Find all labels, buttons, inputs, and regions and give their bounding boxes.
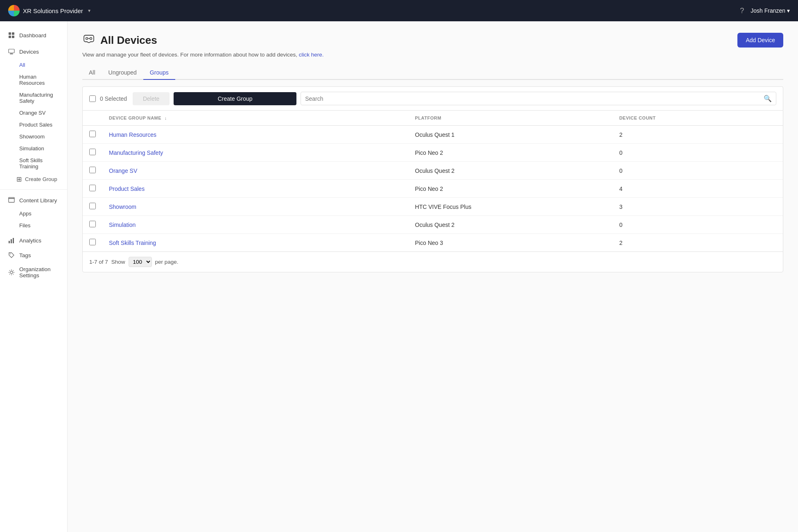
sidebar-group-label-6: Soft Skills Training (19, 157, 43, 170)
groups-table-container: DEVICE GROUP NAME ↓ PLATFORM DEVICE COUN… (82, 110, 783, 272)
devices-icon (8, 48, 15, 55)
sidebar-content-library-label: Content Library (19, 197, 57, 204)
row-platform: Oculus Quest 2 (409, 216, 613, 234)
sidebar-subitem-soft-skills[interactable]: Soft Skills Training (0, 154, 67, 172)
sidebar-item-content-library[interactable]: Content Library (0, 193, 67, 208)
group-name-link[interactable]: Product Sales (109, 186, 145, 192)
sidebar-subitem-orange-sv[interactable]: Orange SV (0, 107, 67, 119)
delete-button[interactable]: Delete (133, 92, 170, 105)
group-name-link[interactable]: Showroom (109, 204, 136, 210)
sidebar-item-tags[interactable]: Tags (0, 248, 67, 263)
sidebar-group-label-3: Product Sales (19, 122, 52, 128)
row-checkbox[interactable] (89, 131, 96, 137)
sidebar-files-label: Files (19, 222, 30, 229)
pagination-range: 1-7 of 7 (89, 259, 108, 265)
row-checkbox[interactable] (89, 149, 96, 155)
vr-headset-icon (82, 34, 95, 46)
row-checkbox[interactable] (89, 221, 96, 227)
sidebar-all-label: All (19, 62, 25, 68)
toolbar: 0 Selected Delete Create Group 🔍 (82, 86, 783, 110)
sidebar-devices-label: Devices (19, 49, 39, 55)
select-all-checkbox[interactable] (89, 95, 96, 102)
group-name-link[interactable]: Simulation (109, 222, 136, 228)
page-title: All Devices (100, 34, 157, 47)
groups-table: DEVICE GROUP NAME ↓ PLATFORM DEVICE COUN… (83, 111, 783, 251)
sidebar-item-dashboard[interactable]: Dashboard (0, 28, 67, 43)
sidebar-dashboard-label: Dashboard (19, 32, 46, 38)
col-name-label: DEVICE GROUP NAME (109, 115, 161, 120)
row-count: 3 (613, 198, 783, 216)
selected-count-label: 0 Selected (100, 95, 127, 102)
click-here-link[interactable]: click here. (299, 52, 324, 58)
tab-groups[interactable]: Groups (143, 66, 175, 80)
row-platform: Oculus Quest 2 (409, 162, 613, 180)
tab-all[interactable]: All (82, 66, 102, 80)
pagination: 1-7 of 7 Show 102550100 per page. (83, 251, 783, 272)
col-header-platform: PLATFORM (409, 111, 613, 126)
topnav-right-area: ? Josh Franzen ▾ (740, 7, 790, 15)
svg-rect-1 (12, 32, 14, 35)
sidebar-item-devices[interactable]: Devices (0, 44, 67, 59)
sidebar-create-group-label: Create Group (25, 176, 57, 182)
user-menu[interactable]: Josh Franzen ▾ (751, 7, 790, 14)
brand-chevron[interactable]: ▾ (88, 8, 90, 14)
group-name-link[interactable]: Orange SV (109, 168, 137, 174)
row-count: 4 (613, 180, 783, 198)
row-checkbox[interactable] (89, 167, 96, 173)
row-platform: Pico Neo 2 (409, 144, 613, 162)
tab-ungrouped[interactable]: Ungrouped (102, 66, 143, 80)
analytics-icon (8, 237, 15, 244)
sidebar-item-org-settings[interactable]: Organization Settings (0, 263, 67, 282)
sidebar-group-label-4: Showroom (19, 134, 45, 140)
sidebar-subitem-product-sales[interactable]: Product Sales (0, 119, 67, 131)
svg-point-9 (10, 254, 11, 254)
page-title-row: All Devices (82, 34, 157, 47)
col-header-check (83, 111, 102, 126)
sidebar-subitem-human-resources[interactable]: Human Resources (0, 71, 67, 89)
svg-point-10 (10, 271, 13, 274)
search-input[interactable] (305, 95, 764, 102)
table-row: Showroom HTC VIVE Focus Plus 3 (83, 198, 783, 216)
sidebar-subitem-all[interactable]: All (0, 59, 67, 71)
group-name-link[interactable]: Manufacturing Safety (109, 149, 163, 156)
user-chevron: ▾ (787, 7, 790, 14)
row-checkbox[interactable] (89, 203, 96, 209)
help-icon[interactable]: ? (740, 7, 744, 15)
sidebar-subitem-simulation[interactable]: Simulation (0, 143, 67, 154)
col-header-name[interactable]: DEVICE GROUP NAME ↓ (102, 111, 409, 126)
sidebar-subitem-manufacturing-safety[interactable]: Manufacturing Safety (0, 89, 67, 107)
table-row: Orange SV Oculus Quest 2 0 (83, 162, 783, 180)
group-name-link[interactable]: Soft Skills Training (109, 240, 156, 246)
create-group-button[interactable]: Create Group (174, 92, 296, 105)
row-count: 0 (613, 162, 783, 180)
group-name-link[interactable]: Human Resources (109, 131, 156, 138)
search-icon: 🔍 (764, 95, 772, 102)
row-checkbox[interactable] (89, 239, 96, 245)
user-name: Josh Franzen (751, 7, 785, 14)
sidebar-group-label-0: Human Resources (19, 74, 45, 86)
pagination-suffix: per page. (155, 259, 179, 265)
row-count: 0 (613, 144, 783, 162)
sidebar-org-settings-label: Organization Settings (19, 266, 61, 278)
sidebar: Dashboard Devices All Human Resources Ma… (0, 21, 68, 532)
sidebar-group-label-5: Simulation (19, 145, 44, 152)
sidebar-item-analytics[interactable]: Analytics (0, 233, 67, 248)
svg-point-12 (90, 38, 92, 40)
brand-title: XR Solutions Provider (23, 7, 83, 14)
per-page-select[interactable]: 102550100 (129, 257, 152, 267)
sidebar-subitem-showroom[interactable]: Showroom (0, 131, 67, 143)
sidebar-create-group[interactable]: ⊞ Create Group (0, 172, 67, 186)
sidebar-apps-label: Apps (19, 211, 32, 217)
org-settings-icon (8, 269, 15, 276)
tabs-bar: All Ungrouped Groups (82, 66, 783, 80)
sidebar-subitem-files[interactable]: Files (0, 220, 67, 231)
svg-rect-3 (12, 36, 14, 38)
search-container: 🔍 (301, 92, 776, 105)
svg-rect-0 (9, 32, 11, 35)
add-device-button[interactable]: Add Device (737, 33, 783, 48)
page-subtitle-text: View and manage your fleet of devices. F… (82, 52, 297, 58)
content-library-icon (8, 197, 15, 204)
row-checkbox[interactable] (89, 185, 96, 191)
table-row: Soft Skills Training Pico Neo 3 2 (83, 234, 783, 252)
sidebar-subitem-apps[interactable]: Apps (0, 208, 67, 220)
